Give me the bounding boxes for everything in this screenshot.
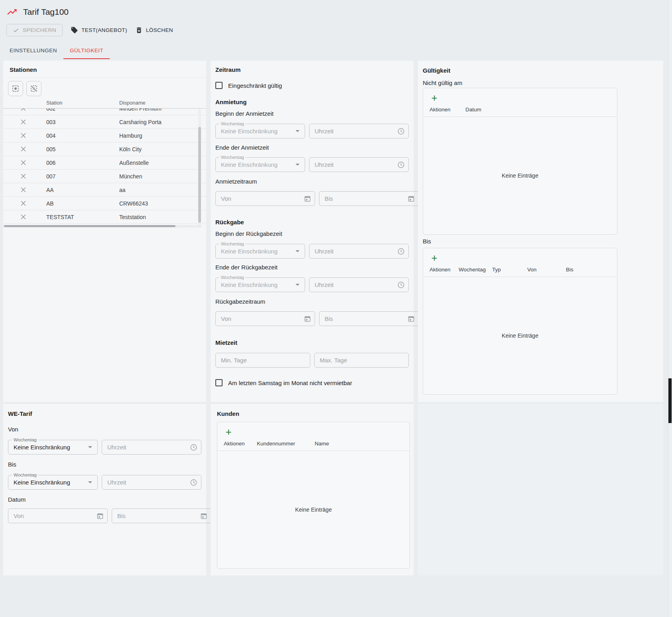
max-tage-input[interactable] <box>314 353 409 368</box>
deselect-all-button[interactable] <box>26 81 41 96</box>
calendar-icon[interactable] <box>408 315 415 322</box>
we-tarif-datum-von-input[interactable] <box>8 508 108 523</box>
we-tarif-von-uhrzeit-input[interactable] <box>102 440 201 455</box>
table-row[interactable]: 005 Köln City <box>3 142 206 156</box>
we-tarif-bis-wochentag-select[interactable]: Wochentag Keine Einschränkung <box>8 475 98 490</box>
clock-icon[interactable] <box>190 443 197 451</box>
we-tarif-datum-bis-input[interactable] <box>112 508 211 523</box>
stationen-horizontal-scrollbar[interactable] <box>3 225 201 227</box>
clock-icon[interactable] <box>190 479 197 486</box>
rueckgabezeitraum-von-input[interactable] <box>215 311 315 326</box>
calendar-icon[interactable] <box>200 512 207 520</box>
tab-einstellungen[interactable]: EINSTELLUNGEN <box>3 42 63 59</box>
delete-button[interactable]: LÖSCHEN <box>135 26 173 34</box>
nicht-gueltig-label: Nicht gültig am <box>423 79 658 86</box>
stationen-vertical-scrollbar[interactable] <box>198 109 201 225</box>
nicht-gueltig-card: + Aktionen Datum Keine Einträge <box>423 88 617 235</box>
station-code: AB <box>43 200 116 207</box>
table-row[interactable]: 002 Minden Premium <box>3 109 206 115</box>
station-disponame: München <box>116 173 206 180</box>
remove-station-icon[interactable] <box>3 109 43 111</box>
beginn-rueckgabezeit-wochentag-select[interactable]: Wochentag Keine Einschränkung <box>215 244 305 259</box>
ende-anmietzeit-uhrzeit-input[interactable] <box>309 157 409 172</box>
samstag-checkbox[interactable] <box>215 379 223 386</box>
col-datum: Datum <box>465 107 611 113</box>
table-row[interactable]: AB CRW66243 <box>3 197 206 210</box>
station-disponame: Außenstelle <box>116 160 206 166</box>
station-code: 007 <box>43 173 116 180</box>
table-row[interactable]: 003 Carsharing Porta <box>3 115 206 129</box>
remove-station-icon[interactable] <box>3 119 43 125</box>
clock-icon[interactable] <box>397 161 405 168</box>
wochentag-field-value: Keine Einschränkung <box>8 479 70 486</box>
ende-rueckgabezeit-wochentag-select[interactable]: Wochentag Keine Einschränkung <box>215 277 305 292</box>
gueltigkeit-bis-label: Bis <box>423 238 658 245</box>
station-code: TESTSTAT <box>43 214 116 220</box>
anmietzeitraum-von-input[interactable] <box>215 191 315 206</box>
tag-button[interactable]: TEST(ANGEBOT) <box>71 26 127 34</box>
station-disponame: Köln City <box>116 146 206 152</box>
save-button-label: SPEICHERN <box>23 27 56 33</box>
calendar-icon[interactable] <box>304 195 311 202</box>
wochentag-field-label: Wochentag <box>219 275 246 280</box>
station-disponame: aa <box>116 187 206 193</box>
calendar-icon[interactable] <box>97 512 104 520</box>
remove-station-icon[interactable] <box>3 201 43 206</box>
plus-icon: + <box>225 426 231 438</box>
rueckgabezeitraum-label: Rückgabezeitraum <box>215 298 409 305</box>
plus-icon: + <box>431 252 437 264</box>
min-tage-input[interactable] <box>215 353 310 368</box>
page-vertical-scrollbar[interactable] <box>668 0 672 617</box>
add-kunde-button[interactable]: + <box>223 426 234 437</box>
chevron-down-icon <box>296 250 300 252</box>
table-row[interactable]: 004 Hamburg <box>3 129 206 142</box>
col-wochentag: Wochentag <box>459 267 492 273</box>
remove-station-icon[interactable] <box>3 214 43 220</box>
we-tarif-bis-uhrzeit-input[interactable] <box>102 475 201 490</box>
calendar-icon[interactable] <box>304 315 311 322</box>
col-kundennummer: Kundennummer <box>257 441 315 447</box>
we-tarif-panel: WE-Tarif Von Wochentag Keine Einschränku… <box>3 404 206 575</box>
calendar-icon[interactable] <box>408 195 415 202</box>
zeitraum-panel: Zeitraum Eingeschränkt gültig Anmietung … <box>211 61 414 402</box>
beginn-anmietzeit-label: Beginn der Anmietzeit <box>215 110 409 117</box>
mietzeit-title: Mietzeit <box>215 339 409 346</box>
beginn-rueckgabezeit-uhrzeit-input[interactable] <box>309 244 409 259</box>
chevron-down-icon <box>296 164 300 166</box>
table-row[interactable]: 007 München <box>3 170 206 183</box>
remove-station-icon[interactable] <box>3 133 43 138</box>
add-nicht-gueltig-button[interactable]: + <box>429 92 440 103</box>
table-row[interactable]: AA aa <box>3 183 206 197</box>
ende-rueckgabezeit-uhrzeit-input[interactable] <box>309 277 409 292</box>
remove-station-icon[interactable] <box>3 174 43 179</box>
station-code: 005 <box>43 146 116 152</box>
clock-icon[interactable] <box>397 281 405 289</box>
remove-station-icon[interactable] <box>3 187 43 192</box>
anmietzeitraum-bis-input[interactable] <box>319 191 419 206</box>
we-tarif-von-wochentag-select[interactable]: Wochentag Keine Einschränkung <box>8 440 98 455</box>
stationen-panel: Stationen Station Disponame <box>3 61 206 402</box>
wochentag-field-label: Wochentag <box>219 121 246 127</box>
table-row[interactable]: TESTSTAT Teststation <box>3 210 206 224</box>
clock-icon[interactable] <box>397 247 405 255</box>
beginn-anmietzeit-wochentag-select[interactable]: Wochentag Keine Einschränkung <box>215 124 305 138</box>
chevron-down-icon <box>296 130 300 132</box>
select-all-icon <box>12 85 20 93</box>
nicht-gueltig-table-header: Aktionen Datum <box>423 103 617 117</box>
save-button[interactable]: SPEICHERN <box>6 24 63 36</box>
clock-icon[interactable] <box>397 127 405 135</box>
remove-station-icon[interactable] <box>3 146 43 152</box>
select-all-button[interactable] <box>8 81 23 96</box>
remove-station-icon[interactable] <box>3 160 43 165</box>
tab-gueltigkeit[interactable]: GÜLTIGKEIT <box>63 42 110 59</box>
wochentag-field-value: Keine Einschränkung <box>8 444 70 451</box>
stationen-toolbar <box>8 77 206 96</box>
ende-anmietzeit-wochentag-select[interactable]: Wochentag Keine Einschränkung <box>215 157 305 172</box>
wochentag-field-value: Keine Einschränkung <box>216 281 278 288</box>
eingeschraenkt-gueltig-checkbox[interactable] <box>215 82 223 89</box>
rueckgabezeitraum-bis-input[interactable] <box>319 311 419 326</box>
add-bis-button[interactable]: + <box>429 252 440 263</box>
table-row[interactable]: 006 Außenstelle <box>3 156 206 170</box>
nicht-gueltig-empty-text: Keine Einträge <box>423 117 617 234</box>
beginn-anmietzeit-uhrzeit-input[interactable] <box>309 124 409 138</box>
